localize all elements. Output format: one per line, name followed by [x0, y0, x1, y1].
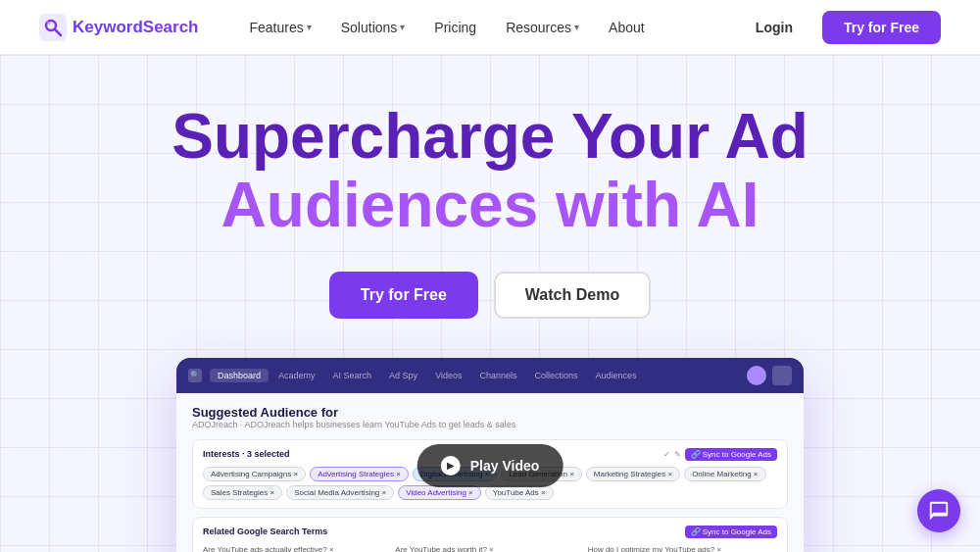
nav-about[interactable]: About	[597, 14, 657, 41]
search-terms-actions: 🔗 Sync to Google Ads	[685, 526, 778, 538]
tab-videos[interactable]: Videos	[427, 369, 469, 382]
chevron-down-icon: ▾	[400, 22, 405, 32]
chat-icon	[928, 500, 950, 522]
try-for-free-hero-button[interactable]: Try for Free	[329, 272, 478, 319]
tab-audiences[interactable]: Audiences	[588, 369, 645, 382]
search-term: Are YouTube ads worth it? ×	[395, 544, 584, 552]
tab-academy[interactable]: Academy	[270, 369, 323, 382]
edit-icon: ✎	[674, 450, 681, 459]
tag-advertising-strategies[interactable]: Advertising Strategies ×	[310, 467, 409, 481]
play-icon: ▶	[441, 456, 461, 476]
hero-title: Supercharge Your Ad Audiences with AI	[172, 102, 808, 240]
watch-demo-button[interactable]: Watch Demo	[494, 272, 651, 319]
play-label: Play Video	[470, 458, 540, 474]
hero-buttons: Try for Free Watch Demo	[329, 272, 651, 319]
tag-video-advertising[interactable]: Video Advertising ×	[398, 485, 481, 500]
tag-advertising-campaigns[interactable]: Advertising Campaigns ×	[203, 467, 306, 481]
search-term: Are YouTube ads actually effective? ×	[203, 544, 392, 552]
search-icon: 🔍	[188, 369, 202, 382]
avatar	[747, 366, 766, 385]
tag-sales-strategies[interactable]: Sales Strategies ×	[203, 485, 282, 500]
search-terms-header: Related Google Search Terms 🔗 Sync to Go…	[203, 526, 777, 538]
navbar: KeywordSearch Features ▾ Solutions ▾ Pri…	[0, 0, 980, 55]
settings-icon	[772, 366, 792, 385]
tab-ai-search[interactable]: AI Search	[325, 369, 380, 382]
tag-social-media-advertising[interactable]: Social Media Advertising ×	[286, 485, 394, 500]
nav-right: Login Try for Free	[738, 11, 941, 44]
chevron-down-icon: ▾	[307, 22, 312, 32]
sync-search-terms-button[interactable]: 🔗 Sync to Google Ads	[685, 526, 778, 538]
tag-online-marketing[interactable]: Online Marketing ×	[684, 467, 765, 481]
tab-dashboard[interactable]: Dashboard	[210, 369, 269, 382]
tab-ad-spy[interactable]: Ad Spy	[381, 369, 425, 382]
hero-section: Supercharge Your Ad Audiences with AI Tr…	[0, 55, 980, 552]
logo-text: KeywordSearch	[73, 18, 199, 37]
nav-pricing[interactable]: Pricing	[422, 14, 488, 41]
suggested-subtitle: ADOJreach · ADOJreach helps businesses l…	[192, 420, 788, 429]
sync-google-ads-button[interactable]: 🔗 Sync to Google Ads	[685, 448, 778, 461]
tab-collections[interactable]: Collections	[527, 369, 586, 382]
tag-marketing-strategies[interactable]: Marketing Strategies ×	[586, 467, 680, 481]
play-overlay[interactable]: ▶ Play Video	[417, 444, 564, 487]
chevron-down-icon: ▾	[574, 22, 579, 32]
app-window: 🔍 Dashboard Academy AI Search Ad Spy Vid…	[176, 358, 804, 552]
svg-rect-0	[39, 14, 67, 41]
logo-icon	[39, 14, 67, 41]
nav-links: Features ▾ Solutions ▾ Pricing Resources…	[238, 14, 738, 41]
interests-actions: ✓ ✎ 🔗 Sync to Google Ads	[663, 448, 778, 461]
nav-solutions[interactable]: Solutions ▾	[329, 14, 417, 41]
try-for-free-nav-button[interactable]: Try for Free	[822, 11, 941, 44]
app-topbar-right	[747, 366, 792, 385]
search-terms-section: Related Google Search Terms 🔗 Sync to Go…	[192, 517, 788, 552]
search-term: How do I optimize my YouTube ads? ×	[588, 544, 777, 552]
app-topbar: 🔍 Dashboard Academy AI Search Ad Spy Vid…	[176, 358, 804, 393]
logo[interactable]: KeywordSearch	[39, 14, 199, 41]
tab-channels[interactable]: Channels	[471, 369, 524, 382]
check-icon: ✓	[663, 450, 670, 459]
suggested-title: Suggested Audience for	[192, 405, 788, 420]
search-terms-grid: Are YouTube ads actually effective? × Ar…	[203, 544, 777, 552]
tag-youtube-ads[interactable]: YouTube Ads ×	[485, 485, 554, 500]
login-button[interactable]: Login	[738, 12, 810, 43]
nav-resources[interactable]: Resources ▾	[494, 14, 591, 41]
chat-bubble-button[interactable]	[917, 489, 960, 532]
nav-features[interactable]: Features ▾	[238, 14, 323, 41]
app-tabs: Dashboard Academy AI Search Ad Spy Video…	[210, 369, 739, 382]
interests-label: Interests · 3 selected	[203, 449, 290, 459]
search-terms-label: Related Google Search Terms	[203, 527, 327, 536]
app-preview: 🔍 Dashboard Academy AI Search Ad Spy Vid…	[176, 358, 804, 552]
